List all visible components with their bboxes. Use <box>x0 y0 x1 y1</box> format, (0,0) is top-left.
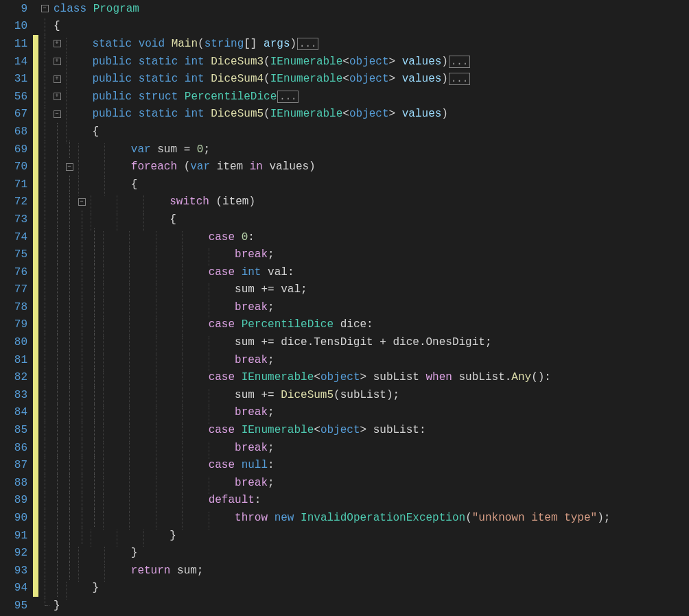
code-line[interactable]: 91 } <box>0 527 689 545</box>
code-line[interactable]: 31+ public static int DiceSum4(IEnumerab… <box>0 70 689 88</box>
code-line[interactable]: 56+ public struct PercentileDice... <box>0 88 689 106</box>
collapsed-region[interactable]: ... <box>297 38 318 50</box>
code-content[interactable]: case int val: <box>100 266 294 279</box>
code-content[interactable]: static void Main(string[] args)... <box>63 38 318 50</box>
fold-gutter[interactable]: + <box>51 53 63 71</box>
code-line[interactable]: 14+ public static int DiceSum3(IEnumerab… <box>0 53 689 71</box>
code-content[interactable]: } <box>51 600 60 612</box>
collapse-icon[interactable]: − <box>41 5 49 12</box>
fold-gutter[interactable]: + <box>51 88 63 106</box>
code-line[interactable]: 85 case IEnumerable<object> subList: <box>0 421 689 439</box>
fold-gutter[interactable]: − <box>75 193 88 211</box>
collapsed-region[interactable]: ... <box>277 91 299 103</box>
code-content[interactable]: sum += dice.TensDigit + dice.OnesDigit; <box>100 336 492 348</box>
code-line[interactable]: 77 sum += val; <box>0 281 689 299</box>
code-content[interactable]: break; <box>100 442 275 454</box>
code-line[interactable]: 67− public static int DiceSum5(IEnumerab… <box>0 106 689 123</box>
code-line[interactable]: 94 } <box>0 580 689 597</box>
fold-gutter[interactable]: − <box>51 106 63 123</box>
token-punct: ; <box>268 354 275 366</box>
code-content[interactable]: throw new InvalidOperationException("unk… <box>100 512 610 524</box>
code-content[interactable]: { <box>51 20 60 32</box>
code-line[interactable]: 75 break; <box>0 246 689 263</box>
fold-gutter[interactable]: − <box>63 158 75 176</box>
code-line[interactable]: 82 case IEnumerable<object> subList when… <box>0 368 689 386</box>
code-content[interactable]: sum += DiceSum5(subList); <box>100 389 399 401</box>
token-punct: ( <box>198 38 205 50</box>
outline-guide <box>63 421 75 439</box>
code-line[interactable]: 10{ <box>0 18 689 36</box>
code-content[interactable]: case IEnumerable<object> subList when su… <box>100 371 551 383</box>
code-content[interactable]: { <box>63 126 99 138</box>
code-content[interactable]: break; <box>100 354 275 366</box>
token-ident: subList. <box>459 371 512 383</box>
code-line[interactable]: 79 case PercentileDice dice: <box>0 316 689 334</box>
code-content[interactable]: case null: <box>100 459 275 471</box>
code-line[interactable]: 78 break; <box>0 298 689 316</box>
code-line[interactable]: 84 break; <box>0 404 689 422</box>
code-content[interactable]: } <box>88 530 176 542</box>
code-content[interactable]: break; <box>100 301 275 313</box>
code-line[interactable]: 86 break; <box>0 439 689 457</box>
fold-gutter[interactable]: − <box>38 0 51 18</box>
code-line[interactable]: 88 break; <box>0 474 689 492</box>
collapse-icon[interactable]: − <box>78 198 86 206</box>
expand-icon[interactable]: + <box>54 75 61 83</box>
code-line[interactable]: 73 { <box>0 211 689 228</box>
outline-guide <box>38 386 51 404</box>
code-content[interactable]: public struct PercentileDice... <box>63 91 299 103</box>
fold-gutter[interactable]: + <box>51 70 63 88</box>
code-content[interactable]: class Program <box>51 3 139 15</box>
code-content[interactable]: break; <box>100 248 275 261</box>
code-content[interactable]: case PercentileDice dice: <box>100 318 373 331</box>
collapse-icon[interactable]: − <box>66 163 73 171</box>
code-line[interactable]: 80 sum += dice.TensDigit + dice.OnesDigi… <box>0 333 689 351</box>
code-line[interactable]: 92 } <box>0 544 689 562</box>
token-type: PercentileDice <box>185 91 277 103</box>
code-line[interactable]: 9−class Program <box>0 0 689 18</box>
token-ctrl: default <box>209 494 255 506</box>
token-punct: ); <box>386 389 399 401</box>
code-line[interactable]: 74 case 0: <box>0 228 689 246</box>
code-content[interactable]: public static int DiceSum5(IEnumerable<o… <box>63 108 448 120</box>
expand-icon[interactable]: + <box>54 40 61 47</box>
code-line[interactable]: 76 case int val: <box>0 263 689 281</box>
code-content[interactable]: return sum; <box>75 565 203 577</box>
code-line[interactable]: 87 case null: <box>0 456 689 474</box>
expand-icon[interactable]: + <box>54 58 61 65</box>
code-content[interactable]: } <box>75 547 137 559</box>
collapsed-region[interactable]: ... <box>449 56 470 68</box>
code-content[interactable]: case 0: <box>100 231 255 244</box>
code-content[interactable]: case IEnumerable<object> subList: <box>100 424 426 436</box>
code-editor[interactable]: 9−class Program10{11+ static void Main(s… <box>0 0 689 616</box>
code-content[interactable]: { <box>88 213 176 226</box>
code-content[interactable]: public static int DiceSum4(IEnumerable<o… <box>63 73 470 85</box>
code-content[interactable]: } <box>63 582 99 594</box>
code-line[interactable]: 11+ static void Main(string[] args)... <box>0 35 689 53</box>
code-content[interactable]: switch (item) <box>88 196 255 208</box>
code-content[interactable]: break; <box>100 477 275 489</box>
code-content[interactable]: { <box>75 178 137 191</box>
collapsed-region[interactable]: ... <box>449 73 470 85</box>
code-line[interactable]: 93 return sum; <box>0 562 689 580</box>
code-line[interactable]: 89 default: <box>0 492 689 510</box>
outline-guide <box>38 351 51 369</box>
expand-icon[interactable]: + <box>54 93 61 100</box>
code-line[interactable]: 72− switch (item) <box>0 193 689 211</box>
code-content[interactable]: foreach (var item in values) <box>75 161 316 173</box>
code-line[interactable]: 95} <box>0 597 689 615</box>
code-line[interactable]: 71 { <box>0 176 689 193</box>
code-content[interactable]: default: <box>100 494 261 506</box>
code-line[interactable]: 83 sum += DiceSum5(subList); <box>0 386 689 404</box>
code-content[interactable]: break; <box>100 406 275 418</box>
collapse-icon[interactable]: − <box>54 110 61 118</box>
code-line[interactable]: 90 throw new InvalidOperationException("… <box>0 509 689 527</box>
code-line[interactable]: 81 break; <box>0 351 689 369</box>
code-line[interactable]: 69 var sum = 0; <box>0 141 689 158</box>
fold-gutter[interactable]: + <box>51 35 63 53</box>
code-line[interactable]: 70− foreach (var item in values) <box>0 158 689 176</box>
code-line[interactable]: 68 { <box>0 123 689 141</box>
code-content[interactable]: var sum = 0; <box>75 143 210 156</box>
code-content[interactable]: sum += val; <box>100 283 307 296</box>
code-content[interactable]: public static int DiceSum3(IEnumerable<o… <box>63 56 470 68</box>
